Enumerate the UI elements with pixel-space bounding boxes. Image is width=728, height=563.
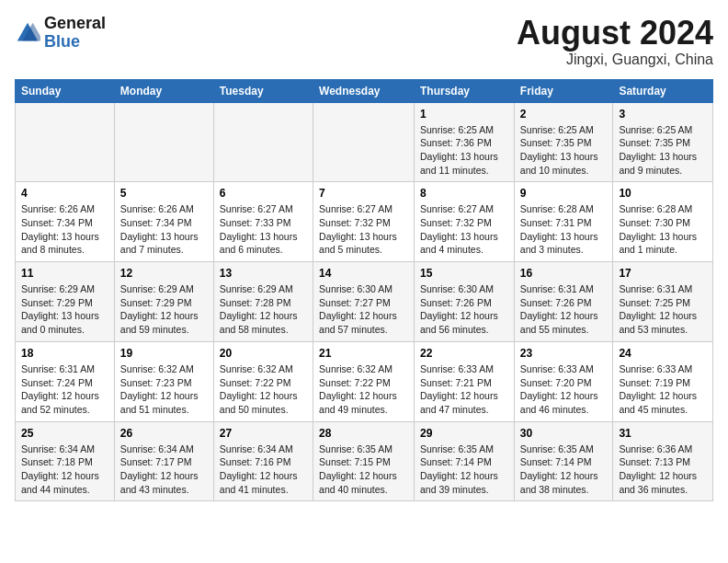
calendar-cell: 3Sunrise: 6:25 AM Sunset: 7:35 PM Daylig… <box>613 102 713 182</box>
day-number: 9 <box>520 187 608 200</box>
page-header: General Blue August 2024 Jingxi, Guangxi… <box>15 15 713 68</box>
calendar-cell: 2Sunrise: 6:25 AM Sunset: 7:35 PM Daylig… <box>514 102 613 182</box>
day-info: Sunrise: 6:27 AM Sunset: 7:32 PM Dayligh… <box>319 202 408 257</box>
header-thursday: Thursday <box>415 79 515 102</box>
day-info: Sunrise: 6:31 AM Sunset: 7:24 PM Dayligh… <box>21 362 108 417</box>
calendar-cell: 13Sunrise: 6:29 AM Sunset: 7:28 PM Dayli… <box>213 262 313 342</box>
calendar-week-4: 18Sunrise: 6:31 AM Sunset: 7:24 PM Dayli… <box>16 341 713 421</box>
calendar-header-row: SundayMondayTuesdayWednesdayThursdayFrid… <box>16 79 713 102</box>
calendar-cell: 27Sunrise: 6:34 AM Sunset: 7:16 PM Dayli… <box>213 421 313 501</box>
day-info: Sunrise: 6:34 AM Sunset: 7:17 PM Dayligh… <box>120 442 208 497</box>
day-number: 11 <box>21 267 108 280</box>
day-info: Sunrise: 6:32 AM Sunset: 7:22 PM Dayligh… <box>220 362 307 417</box>
calendar-cell: 29Sunrise: 6:35 AM Sunset: 7:14 PM Dayli… <box>415 421 515 501</box>
day-info: Sunrise: 6:31 AM Sunset: 7:25 PM Dayligh… <box>619 282 707 337</box>
calendar-week-3: 11Sunrise: 6:29 AM Sunset: 7:29 PM Dayli… <box>16 262 713 342</box>
logo-icon <box>15 20 40 46</box>
calendar-cell: 9Sunrise: 6:28 AM Sunset: 7:31 PM Daylig… <box>514 182 613 262</box>
calendar-cell: 7Sunrise: 6:27 AM Sunset: 7:32 PM Daylig… <box>313 182 415 262</box>
day-info: Sunrise: 6:36 AM Sunset: 7:13 PM Dayligh… <box>619 442 707 497</box>
day-number: 2 <box>520 108 608 121</box>
header-saturday: Saturday <box>613 79 713 102</box>
calendar-cell: 18Sunrise: 6:31 AM Sunset: 7:24 PM Dayli… <box>16 341 115 421</box>
day-info: Sunrise: 6:30 AM Sunset: 7:26 PM Dayligh… <box>420 282 508 337</box>
calendar-cell: 25Sunrise: 6:34 AM Sunset: 7:18 PM Dayli… <box>16 421 115 501</box>
day-info: Sunrise: 6:34 AM Sunset: 7:16 PM Dayligh… <box>220 442 307 497</box>
day-number: 5 <box>120 187 208 200</box>
day-number: 7 <box>319 187 408 200</box>
calendar-cell: 8Sunrise: 6:27 AM Sunset: 7:32 PM Daylig… <box>415 182 515 262</box>
day-info: Sunrise: 6:27 AM Sunset: 7:33 PM Dayligh… <box>220 202 307 257</box>
calendar-cell: 17Sunrise: 6:31 AM Sunset: 7:25 PM Dayli… <box>613 262 713 342</box>
calendar-cell: 23Sunrise: 6:33 AM Sunset: 7:20 PM Dayli… <box>514 341 613 421</box>
page-subtitle: Jingxi, Guangxi, China <box>517 52 713 68</box>
day-number: 8 <box>420 187 508 200</box>
day-number: 27 <box>220 427 307 440</box>
calendar-cell: 20Sunrise: 6:32 AM Sunset: 7:22 PM Dayli… <box>213 341 313 421</box>
day-info: Sunrise: 6:34 AM Sunset: 7:18 PM Dayligh… <box>21 442 108 497</box>
calendar-week-1: 1Sunrise: 6:25 AM Sunset: 7:36 PM Daylig… <box>16 102 713 182</box>
calendar-cell: 14Sunrise: 6:30 AM Sunset: 7:27 PM Dayli… <box>313 262 415 342</box>
calendar-cell <box>213 102 313 182</box>
day-number: 26 <box>120 427 208 440</box>
day-info: Sunrise: 6:32 AM Sunset: 7:23 PM Dayligh… <box>120 362 208 417</box>
calendar-cell: 28Sunrise: 6:35 AM Sunset: 7:15 PM Dayli… <box>313 421 415 501</box>
title-block: August 2024 Jingxi, Guangxi, China <box>517 15 713 68</box>
calendar-cell: 1Sunrise: 6:25 AM Sunset: 7:36 PM Daylig… <box>415 102 515 182</box>
logo-blue: Blue <box>44 32 80 51</box>
calendar-cell <box>313 102 415 182</box>
day-info: Sunrise: 6:26 AM Sunset: 7:34 PM Dayligh… <box>120 202 208 257</box>
day-info: Sunrise: 6:33 AM Sunset: 7:20 PM Dayligh… <box>520 362 608 417</box>
day-number: 6 <box>220 187 307 200</box>
calendar-cell: 12Sunrise: 6:29 AM Sunset: 7:29 PM Dayli… <box>114 262 213 342</box>
calendar-cell: 4Sunrise: 6:26 AM Sunset: 7:34 PM Daylig… <box>16 182 115 262</box>
day-number: 25 <box>21 427 108 440</box>
day-info: Sunrise: 6:25 AM Sunset: 7:35 PM Dayligh… <box>619 123 707 178</box>
day-number: 31 <box>619 427 707 440</box>
day-number: 12 <box>120 267 208 280</box>
calendar-cell <box>114 102 213 182</box>
calendar-cell: 22Sunrise: 6:33 AM Sunset: 7:21 PM Dayli… <box>415 341 515 421</box>
day-info: Sunrise: 6:28 AM Sunset: 7:30 PM Dayligh… <box>619 202 707 257</box>
day-info: Sunrise: 6:28 AM Sunset: 7:31 PM Dayligh… <box>520 202 608 257</box>
logo-text: General Blue <box>44 15 106 52</box>
day-info: Sunrise: 6:25 AM Sunset: 7:36 PM Dayligh… <box>420 123 508 178</box>
day-info: Sunrise: 6:35 AM Sunset: 7:15 PM Dayligh… <box>319 442 408 497</box>
calendar-cell: 30Sunrise: 6:35 AM Sunset: 7:14 PM Dayli… <box>514 421 613 501</box>
calendar-cell: 19Sunrise: 6:32 AM Sunset: 7:23 PM Dayli… <box>114 341 213 421</box>
calendar-cell: 26Sunrise: 6:34 AM Sunset: 7:17 PM Dayli… <box>114 421 213 501</box>
calendar-cell: 5Sunrise: 6:26 AM Sunset: 7:34 PM Daylig… <box>114 182 213 262</box>
day-number: 23 <box>520 347 608 360</box>
day-number: 1 <box>420 108 508 121</box>
calendar-cell: 24Sunrise: 6:33 AM Sunset: 7:19 PM Dayli… <box>613 341 713 421</box>
day-info: Sunrise: 6:33 AM Sunset: 7:21 PM Dayligh… <box>420 362 508 417</box>
day-info: Sunrise: 6:27 AM Sunset: 7:32 PM Dayligh… <box>420 202 508 257</box>
day-number: 29 <box>420 427 508 440</box>
day-number: 17 <box>619 267 707 280</box>
header-friday: Friday <box>514 79 613 102</box>
logo-general: General <box>44 15 106 33</box>
day-number: 20 <box>220 347 307 360</box>
day-info: Sunrise: 6:33 AM Sunset: 7:19 PM Dayligh… <box>619 362 707 417</box>
calendar-cell: 15Sunrise: 6:30 AM Sunset: 7:26 PM Dayli… <box>415 262 515 342</box>
calendar-cell: 16Sunrise: 6:31 AM Sunset: 7:26 PM Dayli… <box>514 262 613 342</box>
day-info: Sunrise: 6:26 AM Sunset: 7:34 PM Dayligh… <box>21 202 108 257</box>
calendar-cell: 11Sunrise: 6:29 AM Sunset: 7:29 PM Dayli… <box>16 262 115 342</box>
day-info: Sunrise: 6:30 AM Sunset: 7:27 PM Dayligh… <box>319 282 408 337</box>
day-number: 13 <box>220 267 307 280</box>
day-number: 19 <box>120 347 208 360</box>
header-wednesday: Wednesday <box>313 79 415 102</box>
day-number: 30 <box>520 427 608 440</box>
page-title: August 2024 <box>517 15 713 52</box>
day-number: 22 <box>420 347 508 360</box>
day-number: 3 <box>619 108 707 121</box>
day-info: Sunrise: 6:31 AM Sunset: 7:26 PM Dayligh… <box>520 282 608 337</box>
day-info: Sunrise: 6:32 AM Sunset: 7:22 PM Dayligh… <box>319 362 408 417</box>
day-number: 14 <box>319 267 408 280</box>
calendar-table: SundayMondayTuesdayWednesdayThursdayFrid… <box>15 79 713 502</box>
day-info: Sunrise: 6:35 AM Sunset: 7:14 PM Dayligh… <box>520 442 608 497</box>
day-info: Sunrise: 6:29 AM Sunset: 7:29 PM Dayligh… <box>120 282 208 337</box>
day-number: 21 <box>319 347 408 360</box>
day-number: 10 <box>619 187 707 200</box>
calendar-week-5: 25Sunrise: 6:34 AM Sunset: 7:18 PM Dayli… <box>16 421 713 501</box>
